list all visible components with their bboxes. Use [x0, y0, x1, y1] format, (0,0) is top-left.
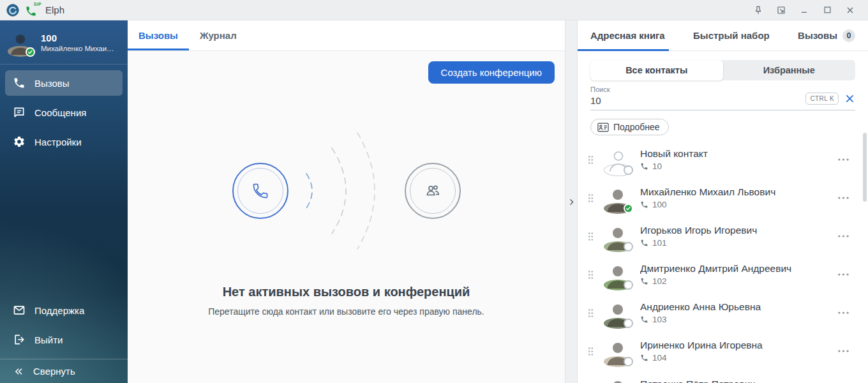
- contact-info: Михайленко Михаил Львович 100: [640, 186, 830, 209]
- segment-all-contacts[interactable]: Все контакты: [590, 60, 723, 80]
- contact-list: Новый контакт 10 Михайленко Михаил Львов…: [578, 138, 868, 383]
- segment-favorites[interactable]: Избранные: [723, 60, 856, 80]
- contact-number-row: 100: [640, 200, 830, 209]
- tab-calls-count[interactable]: Вызовы 0: [798, 20, 855, 50]
- contacts-panel: Адресная книга Быстрый набор Вызовы 0 Вс…: [578, 20, 868, 383]
- contact-name: Андриенко Анна Юрьевна: [640, 301, 830, 313]
- conference-circle-icon: [405, 163, 461, 219]
- contact-number: 100: [652, 200, 667, 209]
- contact-name: Михайленко Михаил Львович: [640, 186, 830, 198]
- contact-number: 101: [652, 238, 667, 248]
- contact-menu-button[interactable]: [835, 232, 851, 240]
- sidebar-nav: Вызовы Сообщения Настройки: [0, 64, 128, 158]
- empty-state-graphic: [232, 124, 461, 258]
- phone-icon: [640, 239, 648, 247]
- avatar: [8, 29, 33, 55]
- contact-row[interactable]: Новый контакт 10: [578, 140, 868, 179]
- contact-number-row: 10: [640, 161, 830, 171]
- sidebar-item-logout[interactable]: Выйти: [5, 327, 123, 352]
- sidebar-item-calls[interactable]: Вызовы: [5, 70, 123, 96]
- sidebar-item-messages[interactable]: Сообщения: [5, 100, 123, 125]
- pin-window-button[interactable]: [749, 3, 767, 18]
- phone-icon: [640, 354, 648, 362]
- status-badge: [624, 280, 633, 290]
- contact-row[interactable]: Дмитриенко Дмитрий Андреевич 102: [578, 255, 868, 294]
- contact-info: Ириненко Ирина Игоревна 104: [640, 340, 830, 363]
- status-badge: [624, 357, 633, 366]
- sip-label: SIP: [34, 2, 41, 6]
- avatar: [604, 260, 632, 289]
- phone-icon: [640, 162, 648, 170]
- shortcut-badge: CTRL K: [805, 93, 839, 105]
- app-window: SIP Elph: [0, 0, 868, 383]
- status-badge: [624, 165, 633, 175]
- contact-menu-button[interactable]: [835, 194, 851, 202]
- collapse-sidebar-button[interactable]: Свернуть: [0, 359, 128, 383]
- contact-row[interactable]: Михайленко Михаил Львович 100: [578, 179, 868, 217]
- drag-handle-icon[interactable]: [588, 308, 594, 318]
- contact-name: Игорьков Игорь Игоревич: [640, 225, 830, 236]
- user-name: Михайленко Михаи…: [41, 45, 114, 52]
- user-extension: 100: [41, 32, 114, 45]
- phone-icon: [640, 277, 648, 285]
- user-profile[interactable]: 100 Михайленко Михаи…: [0, 20, 128, 64]
- contact-row[interactable]: Петренко Пётр Петрович: [578, 370, 868, 383]
- calls-count-badge: 0: [842, 29, 855, 42]
- tab-calls[interactable]: Вызовы: [128, 20, 189, 50]
- user-status-badge: [26, 47, 35, 57]
- minimize-button[interactable]: [795, 3, 813, 18]
- tab-journal[interactable]: Журнал: [189, 20, 248, 50]
- phone-icon: [640, 315, 648, 324]
- drag-handle-icon[interactable]: [588, 270, 594, 280]
- popout-window-button[interactable]: [772, 3, 790, 18]
- empty-state-subtitle: Перетащите сюда контакт или вызовите его…: [208, 306, 484, 317]
- maximize-button[interactable]: [818, 3, 836, 18]
- sidebar-item-label: Сообщения: [34, 107, 86, 118]
- sidebar-item-settings[interactable]: Настройки: [5, 129, 123, 154]
- drag-handle-icon[interactable]: [588, 347, 594, 356]
- contact-number-row: 102: [640, 276, 830, 286]
- contact-number-row: 101: [640, 238, 830, 248]
- contact-row[interactable]: Ириненко Ирина Игоревна 104: [578, 332, 868, 370]
- gear-icon: [13, 135, 26, 148]
- phone-icon: [13, 77, 26, 89]
- tab-speed-dial[interactable]: Быстрый набор: [693, 20, 770, 50]
- close-button[interactable]: [841, 3, 859, 18]
- contact-row[interactable]: Игорьков Игорь Игоревич 101: [578, 217, 868, 255]
- sidebar-item-label: Поддержка: [34, 305, 84, 316]
- contact-menu-button[interactable]: [835, 347, 851, 355]
- search-input[interactable]: [590, 95, 705, 106]
- contact-info: Новый контакт 10: [640, 148, 830, 171]
- clear-search-button[interactable]: [844, 93, 855, 104]
- chat-icon: [13, 106, 26, 119]
- contact-menu-button[interactable]: [835, 271, 851, 278]
- tab-address-book[interactable]: Адресная книга: [590, 20, 665, 50]
- contact-menu-button[interactable]: [835, 309, 851, 317]
- panel-collapse-strip[interactable]: [565, 20, 578, 383]
- sidebar: 100 Михайленко Михаи… Вызовы Сообщения: [0, 20, 128, 383]
- contacts-filter: Все контакты Избранные: [590, 60, 855, 80]
- double-chevron-left-icon: [13, 366, 24, 377]
- sidebar-item-label: Вызовы: [34, 78, 70, 89]
- sidebar-item-label: Настройки: [34, 137, 82, 147]
- status-badge: [624, 242, 633, 252]
- titlebar: SIP Elph: [0, 0, 868, 20]
- search-field: Поиск CTRL K: [590, 86, 855, 110]
- contact-number-row: 103: [640, 315, 830, 324]
- contact-menu-button[interactable]: [835, 156, 851, 163]
- contact-row[interactable]: Андриенко Анна Юрьевна 103: [578, 294, 868, 332]
- drag-handle-icon[interactable]: [588, 193, 594, 203]
- avatar: [604, 299, 632, 327]
- calls-content: Создать конференцию: [128, 51, 565, 383]
- envelope-icon: [13, 304, 26, 317]
- sidebar-item-support[interactable]: Поддержка: [5, 297, 123, 323]
- scrollbar-thumb[interactable]: [863, 133, 867, 202]
- details-button[interactable]: Подробнее: [590, 119, 669, 135]
- status-badge: [624, 204, 633, 213]
- avatar: [604, 184, 632, 212]
- drag-handle-icon[interactable]: [588, 232, 594, 241]
- status-badge: [624, 319, 633, 328]
- phone-circle-icon: [232, 163, 288, 219]
- drag-handle-icon[interactable]: [588, 155, 594, 165]
- window-title: Elph: [45, 4, 64, 15]
